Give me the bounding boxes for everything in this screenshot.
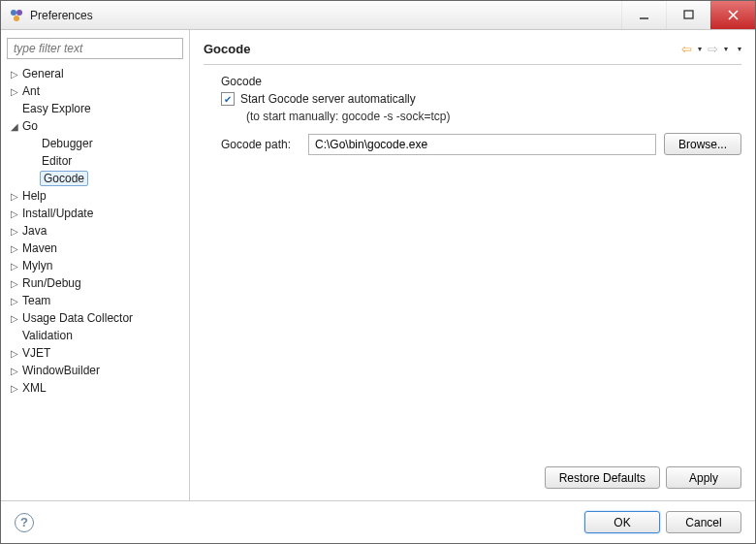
view-menu-icon[interactable]: ▾: [738, 45, 741, 53]
expand-icon[interactable]: ▷: [9, 69, 20, 80]
expand-icon[interactable]: ▷: [9, 383, 20, 394]
gocode-path-row: Gocode path: Browse...: [221, 133, 741, 155]
start-server-checkbox[interactable]: ✔: [221, 92, 235, 106]
panel-nav: ⇦ ▾ ⇨ ▾ ▾: [681, 42, 741, 56]
start-server-label: Start Gocode server automatically: [240, 92, 416, 106]
expand-icon[interactable]: ▷: [9, 208, 20, 219]
tree-item-label: Gocode: [40, 171, 88, 186]
tree-item-label: Go: [20, 119, 40, 133]
tree-item-label: Editor: [40, 154, 74, 168]
tree-item-windowbuilder[interactable]: ▷WindowBuilder: [7, 362, 183, 379]
group-label: Gocode: [221, 75, 741, 88]
tree-item-label: Easy Explore: [20, 102, 93, 115]
tree-item-usage-data-collector[interactable]: ▷Usage Data Collector: [7, 309, 183, 327]
expand-icon[interactable]: ▷: [9, 261, 20, 272]
dialog-body: ▷General▷AntEasy Explore◢GoDebuggerEdito…: [1, 30, 755, 543]
tree-item-label: XML: [20, 381, 48, 395]
tree-item-maven[interactable]: ▷Maven: [7, 240, 183, 257]
back-menu-icon[interactable]: ▾: [698, 45, 702, 53]
collapse-icon[interactable]: ◢: [9, 121, 20, 132]
expand-icon[interactable]: ▷: [9, 86, 20, 97]
expand-icon[interactable]: ▷: [9, 348, 20, 359]
tree-item-team[interactable]: ▷Team: [7, 292, 183, 309]
expand-icon[interactable]: ▷: [9, 226, 20, 237]
tree-item-debugger[interactable]: Debugger: [7, 135, 183, 152]
svg-point-2: [14, 16, 19, 21]
tree-item-label: WindowBuilder: [20, 364, 102, 377]
svg-point-0: [11, 10, 16, 16]
tree-item-label: Run/Debug: [20, 276, 83, 290]
ok-button[interactable]: OK: [584, 511, 660, 533]
svg-rect-4: [684, 11, 693, 18]
expand-icon[interactable]: ▷: [9, 366, 20, 376]
tree-item-help[interactable]: ▷Help: [7, 187, 183, 205]
panel-header: Gocode ⇦ ▾ ⇨ ▾ ▾: [204, 38, 741, 65]
category-sidebar: ▷General▷AntEasy Explore◢GoDebuggerEdito…: [1, 30, 190, 500]
tree-item-label: Validation: [20, 329, 75, 342]
close-button[interactable]: [710, 1, 755, 29]
tree-item-label: VJET: [20, 346, 52, 360]
forward-menu-icon[interactable]: ▾: [724, 45, 728, 53]
window-controls: [621, 1, 755, 29]
apply-button[interactable]: Apply: [666, 466, 741, 489]
split-pane: ▷General▷AntEasy Explore◢GoDebuggerEdito…: [1, 30, 755, 500]
filter-input[interactable]: [7, 38, 183, 59]
maximize-button[interactable]: [666, 1, 710, 29]
tree-item-editor[interactable]: Editor: [7, 152, 183, 170]
titlebar: Preferences: [1, 1, 755, 30]
tree-item-ant[interactable]: ▷Ant: [7, 82, 183, 100]
tree-item-label: Ant: [20, 84, 42, 98]
back-icon[interactable]: ⇦: [681, 42, 692, 56]
svg-point-1: [16, 10, 22, 16]
manual-start-hint: (to start manually: gocode -s -sock=tcp): [246, 110, 741, 123]
tree-item-install-update[interactable]: ▷Install/Update: [7, 205, 183, 222]
tree-item-general[interactable]: ▷General: [7, 65, 183, 82]
expand-icon[interactable]: ▷: [9, 191, 20, 202]
tree-item-label: Java: [20, 224, 48, 238]
tree-item-xml[interactable]: ▷XML: [7, 379, 183, 397]
app-icon: [9, 8, 24, 23]
browse-button[interactable]: Browse...: [664, 133, 741, 155]
start-server-row: ✔ Start Gocode server automatically: [221, 92, 741, 106]
forward-icon[interactable]: ⇨: [708, 42, 718, 56]
panel-body: Gocode ✔ Start Gocode server automatical…: [204, 65, 741, 461]
tree-item-label: Install/Update: [20, 207, 95, 220]
settings-panel: Gocode ⇦ ▾ ⇨ ▾ ▾ Gocode ✔ Start Gocode s…: [190, 30, 755, 500]
tree-item-vjet[interactable]: ▷VJET: [7, 344, 183, 362]
help-icon[interactable]: ?: [15, 513, 34, 532]
preferences-window: Preferences ▷General▷AntEasy Explore◢GoD…: [0, 0, 756, 544]
tree-item-go[interactable]: ◢Go: [7, 117, 183, 135]
tree-item-gocode[interactable]: Gocode: [7, 170, 183, 187]
window-title: Preferences: [30, 9, 621, 22]
tree-item-label: Debugger: [40, 137, 95, 150]
tree-item-label: Maven: [20, 241, 59, 255]
tree-item-label: Team: [20, 294, 52, 307]
category-tree[interactable]: ▷General▷AntEasy Explore◢GoDebuggerEdito…: [7, 65, 183, 493]
expand-icon[interactable]: ▷: [9, 243, 20, 254]
restore-defaults-button[interactable]: Restore Defaults: [545, 466, 660, 489]
tree-item-label: General: [20, 67, 66, 80]
panel-button-bar: Restore Defaults Apply: [204, 461, 741, 493]
gocode-path-input[interactable]: [308, 134, 656, 155]
panel-title: Gocode: [204, 42, 681, 56]
dialog-buttons: OK Cancel: [584, 511, 741, 533]
dialog-button-bar: ? OK Cancel: [1, 500, 755, 543]
tree-item-mylyn[interactable]: ▷Mylyn: [7, 257, 183, 274]
tree-item-run-debug[interactable]: ▷Run/Debug: [7, 274, 183, 292]
minimize-button[interactable]: [621, 1, 666, 29]
tree-item-label: Help: [20, 189, 48, 203]
tree-item-java[interactable]: ▷Java: [7, 222, 183, 240]
cancel-button[interactable]: Cancel: [666, 511, 741, 533]
expand-icon[interactable]: ▷: [9, 296, 20, 306]
expand-icon[interactable]: ▷: [9, 313, 20, 324]
tree-item-label: Mylyn: [20, 259, 54, 272]
expand-icon[interactable]: ▷: [9, 278, 20, 289]
gocode-path-label: Gocode path:: [221, 138, 308, 151]
tree-item-easy-explore[interactable]: Easy Explore: [7, 100, 183, 117]
tree-item-validation[interactable]: Validation: [7, 327, 183, 344]
tree-item-label: Usage Data Collector: [20, 311, 135, 325]
